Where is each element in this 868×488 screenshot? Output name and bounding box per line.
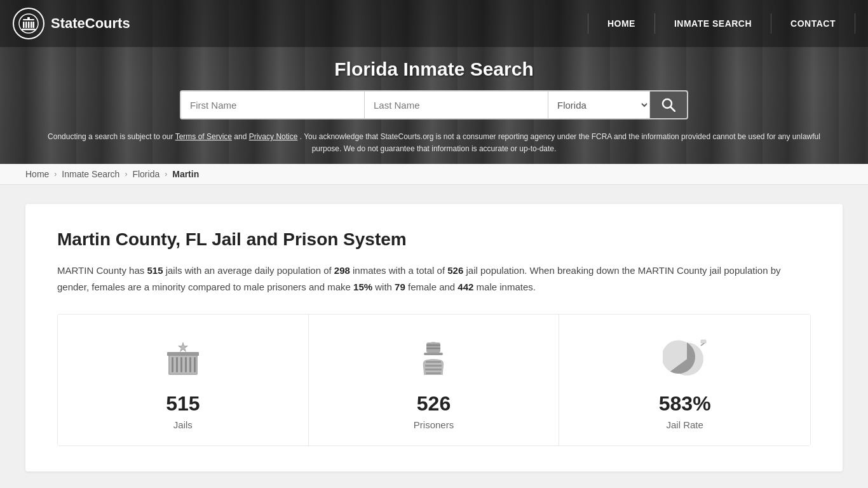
jail-rate-stat-number: 583% <box>659 392 711 416</box>
svg-rect-7 <box>31 22 32 28</box>
header-overlay: StateCourts HOME INMATE SEARCH CONTACT F… <box>0 0 868 164</box>
female-pct-bold: 15% <box>353 281 372 292</box>
county-title: Martin County, FL Jail and Prison System <box>57 229 811 250</box>
disclaimer: Conducting a search is subject to our Te… <box>0 127 868 164</box>
disclaimer-text: Conducting a search is subject to our Te… <box>48 132 820 153</box>
svg-rect-5 <box>25 22 27 28</box>
nav-home[interactable]: HOME <box>588 13 654 34</box>
breadcrumb-sep-1: › <box>54 170 57 179</box>
page-title-area: Florida Inmate Search <box>0 47 868 90</box>
svg-rect-16 <box>185 357 187 372</box>
svg-rect-13 <box>172 357 173 372</box>
svg-rect-30 <box>426 372 441 374</box>
breadcrumb-state[interactable]: Florida <box>132 169 159 179</box>
svg-rect-1 <box>22 29 36 30</box>
svg-rect-18 <box>194 357 196 372</box>
logo[interactable]: StateCourts <box>13 8 130 39</box>
last-name-input[interactable] <box>365 92 548 118</box>
desc-part5: with <box>375 281 395 292</box>
breadcrumb: Home › Inmate Search › Florida › Martin <box>0 164 868 185</box>
breadcrumb-home[interactable]: Home <box>25 169 49 179</box>
search-icon <box>661 98 675 112</box>
county-description: MARTIN County has 515 jails with an aver… <box>57 262 811 295</box>
svg-rect-2 <box>27 17 30 19</box>
first-name-input[interactable] <box>181 92 365 118</box>
main-content: Martin County, FL Jail and Prison System… <box>0 185 868 488</box>
jail-rate-stat-label: Jail Rate <box>666 419 703 430</box>
search-bar: Select State AlabamaAlaskaArizona Arkans… <box>0 90 868 127</box>
content-card: Martin County, FL Jail and Prison System… <box>25 204 843 471</box>
privacy-link[interactable]: Privacy Notice <box>249 132 298 141</box>
header: StateCourts HOME INMATE SEARCH CONTACT F… <box>0 0 868 164</box>
logo-text: StateCourts <box>51 15 130 32</box>
nav-links: HOME INMATE SEARCH CONTACT <box>588 13 855 34</box>
logo-icon <box>13 8 44 39</box>
svg-rect-6 <box>28 22 30 28</box>
svg-rect-15 <box>180 357 182 372</box>
search-form: Select State AlabamaAlaskaArizona Arkans… <box>180 90 688 119</box>
svg-rect-33 <box>701 340 706 343</box>
stats-grid: 515 Jails <box>57 314 811 446</box>
stat-card-jails: 515 Jails <box>58 315 309 445</box>
svg-line-10 <box>670 107 675 111</box>
svg-rect-23 <box>424 353 443 355</box>
prisoners-stat-number: 526 <box>417 392 451 416</box>
desc-part2: jails with an average daily population o… <box>166 265 334 276</box>
breadcrumb-county: Martin <box>172 169 199 179</box>
jail-icon <box>158 334 208 384</box>
nav-inmate-search[interactable]: INMATE SEARCH <box>654 13 771 34</box>
svg-rect-3 <box>23 19 34 20</box>
svg-rect-12 <box>170 356 196 374</box>
desc-part1: County has <box>96 265 147 276</box>
svg-rect-19 <box>167 352 199 356</box>
svg-rect-27 <box>426 361 441 363</box>
prisoners-stat-label: Prisoners <box>414 419 454 430</box>
female-count-bold: 79 <box>395 281 405 292</box>
state-select[interactable]: Select State AlabamaAlaskaArizona Arkans… <box>548 92 650 118</box>
desc-part6: female and <box>408 281 458 292</box>
prisoner-icon <box>408 334 459 384</box>
chart-icon <box>660 334 710 384</box>
breadcrumb-sep-2: › <box>125 170 127 179</box>
county-name-caps: MARTIN <box>57 265 93 276</box>
breadcrumb-sep-3: › <box>165 170 167 179</box>
total-population-bold: 526 <box>447 265 463 276</box>
svg-rect-8 <box>33 22 35 28</box>
svg-rect-4 <box>23 22 25 28</box>
desc-part3: inmates with a total of <box>353 265 447 276</box>
svg-rect-29 <box>425 369 442 370</box>
nav-contact[interactable]: CONTACT <box>771 13 855 34</box>
tos-link[interactable]: Terms of Service <box>175 132 232 141</box>
breadcrumb-inmate-search[interactable]: Inmate Search <box>62 169 119 179</box>
desc-part7: male inmates. <box>477 281 536 292</box>
svg-rect-25 <box>426 344 440 346</box>
jails-stat-number: 515 <box>166 392 200 416</box>
svg-rect-17 <box>189 357 191 372</box>
svg-rect-14 <box>176 357 178 372</box>
page-title: Florida Inmate Search <box>13 58 855 80</box>
male-count-bold: 442 <box>458 281 473 292</box>
navbar: StateCourts HOME INMATE SEARCH CONTACT <box>0 0 868 47</box>
svg-rect-26 <box>426 348 440 349</box>
jails-count-bold: 515 <box>147 265 163 276</box>
stat-card-jail-rate: 583% Jail Rate <box>559 315 810 445</box>
stat-card-prisoners: 526 Prisoners <box>309 315 560 445</box>
avg-population-bold: 298 <box>334 265 350 276</box>
search-button[interactable] <box>650 92 687 118</box>
jails-stat-label: Jails <box>173 419 193 430</box>
svg-rect-28 <box>425 365 442 367</box>
